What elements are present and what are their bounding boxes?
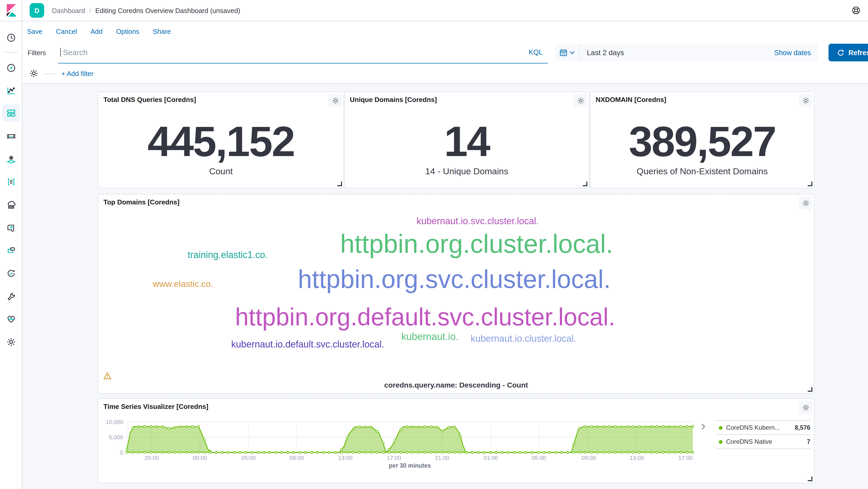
breadcrumb-dashboard-link[interactable]: Dashboard xyxy=(52,6,85,14)
legend-collapse-chevron-icon[interactable] xyxy=(701,424,705,430)
panel-resize-handle[interactable] xyxy=(808,477,812,481)
dashboard-toolbar: Save Cancel Add Options Share xyxy=(22,21,868,41)
sidebar-item-management[interactable] xyxy=(2,333,20,351)
sidebar-item-recently-viewed[interactable] xyxy=(2,29,20,46)
panel-resize-handle[interactable] xyxy=(337,181,342,186)
time-range-picker: Last 2 days Show dates xyxy=(555,44,818,61)
gear-icon xyxy=(6,337,16,347)
cancel-button[interactable]: Cancel xyxy=(56,27,77,35)
x-axis-tick-label: 13:00 xyxy=(630,455,644,461)
visualize-icon xyxy=(6,86,16,95)
add-button[interactable]: Add xyxy=(90,27,102,35)
x-axis-tick-label: 05:00 xyxy=(532,455,546,461)
kibana-app: D Dashboard / Editing Coredns Overview D… xyxy=(0,0,868,489)
top-header: D Dashboard / Editing Coredns Overview D… xyxy=(0,0,868,21)
sidebar-item-infrastructure[interactable] xyxy=(2,196,20,214)
sidebar-item-stack-monitoring[interactable] xyxy=(2,310,20,328)
sidebar-item-canvas[interactable] xyxy=(2,127,20,145)
tag-cloud-word[interactable]: httpbin.org.svc.cluster.local. xyxy=(298,267,611,292)
y-axis-tick-label: 10,000 xyxy=(106,419,123,425)
chevron-down-icon xyxy=(570,51,575,54)
sidebar-item-machine-learning[interactable] xyxy=(2,173,20,191)
legend-item[interactable]: CoreDNS Kubern...8,576 xyxy=(716,420,810,435)
y-axis-tick-label: 0 xyxy=(120,450,123,456)
calendar-menu-button[interactable] xyxy=(555,44,580,61)
filters-label[interactable]: Filters xyxy=(28,41,46,63)
kibana-logo-icon[interactable] xyxy=(5,4,18,17)
tag-cloud-word[interactable]: www.elastic.co. xyxy=(153,280,213,288)
space-badge[interactable]: D xyxy=(30,3,44,18)
sidebar-item-maps[interactable] xyxy=(2,150,20,168)
panel-resize-handle[interactable] xyxy=(808,181,812,186)
panel-resize-handle[interactable] xyxy=(583,181,587,186)
panel-unique-domains: Unique Domains [Coredns] 14 14 - Unique … xyxy=(344,91,589,188)
tag-cloud-word[interactable]: kubernaut.io.svc.cluster.local. xyxy=(416,217,539,226)
legend-series-name: CoreDNS Native xyxy=(726,438,772,445)
compass-icon xyxy=(6,63,16,73)
x-axis-tick-label: 00:00 xyxy=(193,455,207,461)
tag-cloud-word[interactable]: httpbin.org.default.svc.cluster.local. xyxy=(235,305,615,329)
legend-item[interactable]: CoreDNS Native7 xyxy=(716,435,810,449)
filter-options-gear-icon[interactable] xyxy=(29,69,38,78)
panel-options-button[interactable] xyxy=(799,94,812,107)
panel-title[interactable]: Unique Domains [Coredns] xyxy=(350,96,437,104)
sidebar-item-visualize[interactable] xyxy=(2,82,20,99)
left-nav-sidebar xyxy=(0,21,22,489)
panel-top-domains-tag-cloud: Top Domains [Coredns] kubernaut.io.svc.c… xyxy=(98,194,814,394)
sidebar-item-apm[interactable] xyxy=(2,241,20,259)
time-series-chart[interactable]: 05,00010,00020:0000:0005:0009:0013:0017:… xyxy=(98,399,814,483)
sidebar-item-dev-tools[interactable] xyxy=(2,288,20,305)
metric: 389,527 Queries of Non-Existent Domains xyxy=(590,120,814,177)
x-axis-tick-label: 17:00 xyxy=(387,455,401,461)
save-button[interactable]: Save xyxy=(27,27,42,35)
metric-value: 389,527 xyxy=(590,120,814,163)
sidebar-item-dashboard[interactable] xyxy=(2,104,20,122)
sidebar-item-logs[interactable] xyxy=(2,219,20,237)
panel-options-button[interactable] xyxy=(329,94,342,107)
tag-cloud-word[interactable]: kubernaut.io.default.svc.cluster.local. xyxy=(231,340,384,349)
panel-options-button[interactable] xyxy=(574,94,587,107)
tag-cloud-word[interactable]: httpbin.org.cluster.local. xyxy=(340,231,613,257)
options-button[interactable]: Options xyxy=(116,27,140,35)
panel-total-dns-queries: Total DNS Queries [Coredns] 445,152 Coun… xyxy=(98,91,344,188)
panel-title[interactable]: Total DNS Queries [Coredns] xyxy=(103,96,196,104)
warning-icon[interactable] xyxy=(103,371,112,380)
legend-series-value: 7 xyxy=(804,438,810,445)
metric: 14 14 - Unique Domains xyxy=(345,120,589,177)
refresh-icon xyxy=(837,49,845,56)
query-bar: Filters KQL Last 2 days Show dates xyxy=(22,41,868,63)
show-dates-button[interactable]: Show dates xyxy=(774,49,818,56)
legend-series-value: 8,576 xyxy=(792,424,810,431)
breadcrumb-separator: / xyxy=(89,6,91,14)
calendar-icon xyxy=(559,48,567,57)
panel-resize-handle[interactable] xyxy=(808,387,812,392)
machine-learning-icon xyxy=(6,177,16,186)
x-axis-title: per 30 minutes xyxy=(127,462,693,469)
search-input[interactable] xyxy=(61,48,529,57)
panel-title[interactable]: NXDOMAIN [Coredns] xyxy=(596,96,666,104)
x-axis-tick-label: 09:00 xyxy=(289,455,304,461)
kql-toggle[interactable]: KQL xyxy=(529,48,548,56)
share-button[interactable]: Share xyxy=(153,27,171,35)
infrastructure-icon xyxy=(6,200,16,210)
tag-cloud-word[interactable]: kubernaut.io. xyxy=(401,332,458,342)
chart-legend: CoreDNS Kubern...8,576CoreDNS Native7 xyxy=(716,420,810,449)
metric-label: 14 - Unique Domains xyxy=(345,167,589,177)
sidebar-item-discover[interactable] xyxy=(2,59,20,77)
time-range-value[interactable]: Last 2 days xyxy=(580,48,624,57)
sidebar-item-uptime[interactable] xyxy=(2,264,20,282)
tag-cloud-caption: coredns.query.name: Descending - Count xyxy=(98,381,814,389)
legend-series-name: CoreDNS Kubern... xyxy=(726,424,780,431)
header-divider xyxy=(22,0,22,21)
help-life-ring-icon[interactable] xyxy=(851,6,861,15)
tag-cloud-word[interactable]: training.elastic1.co. xyxy=(188,250,268,260)
refresh-button[interactable]: Refresh xyxy=(829,44,868,61)
metric-label: Count xyxy=(98,167,344,177)
refresh-label: Refresh xyxy=(848,49,868,56)
x-axis-tick-label: 09:00 xyxy=(582,455,596,461)
add-filter-button[interactable]: + Add filter xyxy=(61,63,94,83)
tag-cloud-word[interactable]: kubernaut.io.cluster.local. xyxy=(471,334,576,343)
filter-pill-placeholder xyxy=(45,74,55,75)
dashboard-icon xyxy=(6,108,16,118)
wrench-icon xyxy=(6,292,16,301)
